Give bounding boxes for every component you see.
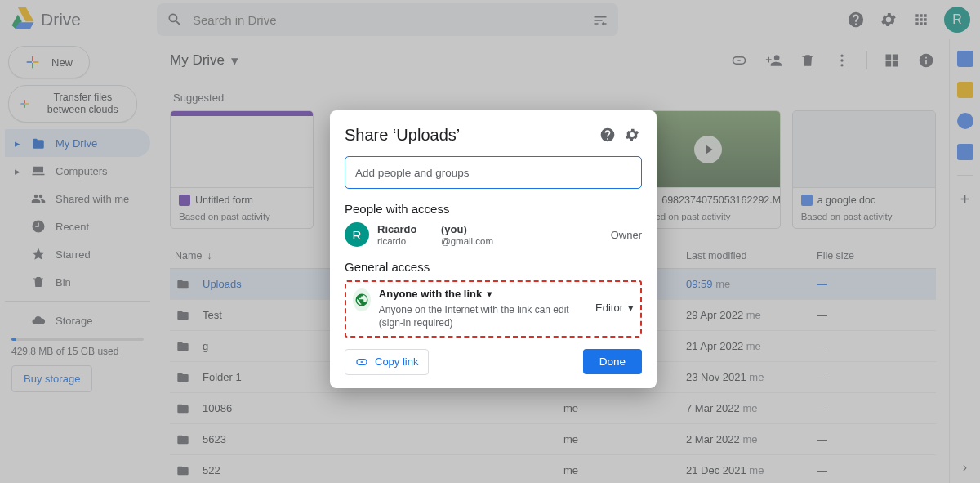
chevron-down-icon: ▾ xyxy=(628,302,634,314)
dialog-title: Share ‘Uploads’ xyxy=(345,126,460,145)
chevron-down-icon: ▾ xyxy=(487,287,492,302)
done-button[interactable]: Done xyxy=(583,349,642,374)
general-access-header: General access xyxy=(345,260,642,274)
copy-link-label: Copy link xyxy=(375,356,418,368)
general-access-row: Anyone with the link ▾ Anyone on the Int… xyxy=(345,280,642,338)
person-email-prefix: ricardo xyxy=(377,236,433,246)
settings-icon[interactable] xyxy=(622,125,642,145)
person-avatar: R xyxy=(345,222,369,247)
copy-link-button[interactable]: Copy link xyxy=(345,349,429,375)
person-role: Owner xyxy=(611,229,642,241)
globe-icon xyxy=(353,288,371,311)
role-dropdown[interactable]: Editor ▾ xyxy=(595,302,634,314)
access-scope-dropdown[interactable]: Anyone with the link ▾ xyxy=(379,287,587,302)
people-access-header: People with access xyxy=(345,202,642,216)
person-name: Ricardo xyxy=(377,223,433,235)
access-scope-description: Anyone on the Internet with the link can… xyxy=(379,304,569,329)
share-dialog: Share ‘Uploads’ People with access R Ric… xyxy=(330,110,657,388)
add-people-input[interactable] xyxy=(345,156,642,189)
person-email: @gmail.com xyxy=(441,236,497,246)
link-icon xyxy=(355,356,368,369)
help-icon[interactable] xyxy=(598,125,617,145)
person-you-label: (you) xyxy=(441,223,497,235)
person-row: R Ricardoricardo (you)@gmail.com Owner xyxy=(345,222,642,247)
